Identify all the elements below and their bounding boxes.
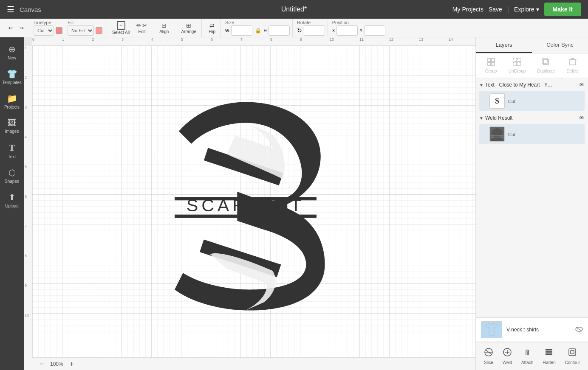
sidebar-item-shapes[interactable]: ⬡ Shapes <box>1 164 23 187</box>
group-action[interactable]: Group <box>482 56 500 75</box>
design-element[interactable]: SCARLETT <box>161 90 331 323</box>
flatten-label: Flatten <box>543 360 556 365</box>
weld-layer-type: Cut <box>508 132 515 137</box>
new-label: New <box>8 56 16 60</box>
weld-layer-info: Cut <box>508 130 581 138</box>
bottom-actions: Slice Weld Attach <box>476 342 588 370</box>
arrange-button[interactable]: ⊞ Arrange <box>178 20 199 36</box>
select-all-button[interactable]: + Select All <box>110 20 132 36</box>
linetype-select[interactable]: Cut <box>34 25 54 36</box>
group-label: Group <box>485 69 497 73</box>
make-it-button[interactable]: Make It <box>544 3 581 16</box>
sidebar-item-projects[interactable]: 📁 Projects <box>1 90 23 113</box>
zoom-level: 100% <box>50 361 63 367</box>
background-item[interactable]: V-neck t-shirts <box>476 318 588 342</box>
tab-color-sync[interactable]: Color Sync <box>532 37 588 53</box>
upload-icon: ⬆ <box>8 192 16 202</box>
images-icon: 🖼 <box>8 118 16 128</box>
weld-layer-chevron: ▼ <box>479 116 483 121</box>
text-layer-eye-icon[interactable]: 👁 <box>579 81 585 88</box>
weld-layer-eye-icon[interactable]: 👁 <box>579 115 585 121</box>
sidebar-item-images[interactable]: 🖼 Images <box>1 115 23 137</box>
delete-action[interactable]: Delete <box>563 56 582 75</box>
save-button[interactable]: Save <box>489 6 502 13</box>
y-input[interactable]: 0 <box>364 25 385 36</box>
upload-label: Upload <box>5 204 19 208</box>
s-layer-item[interactable]: S Cut <box>479 91 585 111</box>
delete-label: Delete <box>566 69 579 73</box>
svg-rect-1 <box>492 59 495 62</box>
size-label: Size <box>225 20 290 25</box>
attach-label: Attach <box>521 360 533 365</box>
layers-list: ▼ Text - Close to My Heart - You... 👁 S … <box>476 78 588 317</box>
scarlett-text: SCARLETT <box>186 196 304 215</box>
linetype-color <box>56 27 62 34</box>
my-projects-link[interactable]: My Projects <box>452 6 483 13</box>
zoom-in-button[interactable]: + <box>67 359 77 369</box>
flatten-action[interactable]: Flatten <box>539 346 559 367</box>
bg-eye-icon[interactable] <box>575 326 583 333</box>
lock-icon[interactable]: 🔒 <box>254 27 262 34</box>
attach-action[interactable]: Attach <box>518 346 537 367</box>
ungroup-label: UnGroup <box>509 69 526 73</box>
bottom-bar <box>175 215 317 218</box>
svg-rect-8 <box>543 59 548 64</box>
tab-layers[interactable]: Layers <box>476 37 532 53</box>
svg-rect-9 <box>542 58 547 63</box>
undo-button[interactable]: ↩ <box>6 23 15 33</box>
weld-action[interactable]: Weld <box>499 346 516 367</box>
contour-label: Contour <box>565 360 580 365</box>
canvas-area[interactable]: 0 1 2 3 4 5 6 7 8 9 10 11 12 13 14 1 2 <box>24 37 475 370</box>
x-input[interactable]: 0 <box>336 25 358 36</box>
menu-icon[interactable]: ☰ <box>7 4 14 14</box>
layer-group-text: ▼ Text - Close to My Heart - You... 👁 S … <box>476 80 588 111</box>
sidebar-item-text[interactable]: T Text <box>1 139 23 163</box>
text-label: Text <box>8 154 16 159</box>
align-button[interactable]: ⊟ Align <box>157 20 171 36</box>
fill-label: Fill <box>68 20 102 25</box>
canvas-content[interactable]: SCARLETT <box>32 46 475 357</box>
duplicate-action[interactable]: Duplicate <box>534 56 559 75</box>
rotate-input[interactable] <box>304 25 325 36</box>
s-layer-thumb: S <box>489 93 505 109</box>
s-layer-info: Cut <box>508 97 581 105</box>
layers-bottom: V-neck t-shirts Slice Weld <box>476 317 588 370</box>
svg-rect-5 <box>517 58 521 62</box>
sidebar-item-templates[interactable]: 👕 Templates <box>1 65 23 88</box>
contour-action[interactable]: Contour <box>561 346 583 367</box>
group-icon <box>487 58 495 68</box>
slice-label: Slice <box>484 360 493 365</box>
height-input[interactable] <box>269 25 290 36</box>
width-input[interactable] <box>231 25 252 36</box>
flip-button[interactable]: ⇄ Flip <box>206 20 218 36</box>
fill-select[interactable]: No Fill <box>68 25 94 36</box>
select-all-icon: + <box>117 21 125 30</box>
edit-button[interactable]: ✏ ✂ Edit <box>134 21 150 35</box>
templates-label: Templates <box>2 80 22 85</box>
images-label: Images <box>5 129 19 134</box>
layer-group-weld: ▼ Weld Result 👁 Cut <box>476 113 588 144</box>
top-navigation: ☰ Canvas Untitled* My Projects Save | Ex… <box>0 0 588 19</box>
bg-thumbnail <box>481 321 502 338</box>
svg-rect-22 <box>546 349 552 350</box>
weld-layer-item[interactable]: Cut <box>479 124 585 144</box>
fill-color <box>96 27 102 34</box>
right-panel: Layers Color Sync Group UnGroup <box>475 37 588 370</box>
sidebar-item-new[interactable]: ⊕ New <box>1 41 23 64</box>
svg-rect-25 <box>569 349 576 356</box>
zoom-out-button[interactable]: − <box>37 359 47 369</box>
slice-icon <box>484 348 493 359</box>
flatten-icon <box>544 348 554 359</box>
ungroup-action[interactable]: UnGroup <box>505 56 529 75</box>
svg-rect-26 <box>571 350 574 354</box>
layer-group-weld-header[interactable]: ▼ Weld Result 👁 <box>476 113 588 123</box>
svg-rect-7 <box>517 62 521 66</box>
linetype-label: Linetype <box>34 20 62 25</box>
redo-button[interactable]: ↪ <box>17 23 26 33</box>
explore-button[interactable]: Explore ▾ <box>514 6 539 13</box>
sidebar-item-upload[interactable]: ⬆ Upload <box>1 189 23 212</box>
rotate-label: Rotate <box>297 20 325 25</box>
slice-action[interactable]: Slice <box>481 346 497 367</box>
shapes-label: Shapes <box>5 179 19 184</box>
layer-group-text-header[interactable]: ▼ Text - Close to My Heart - You... 👁 <box>476 80 588 90</box>
